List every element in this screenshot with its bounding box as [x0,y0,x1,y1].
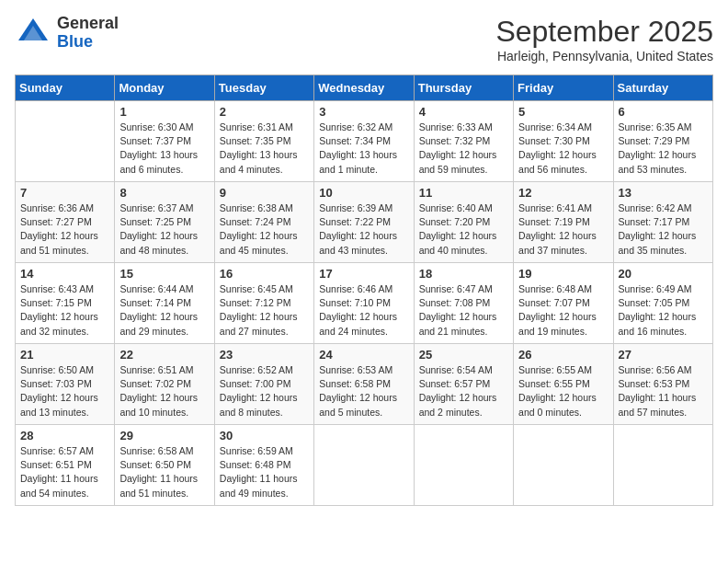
calendar-cell: 11Sunrise: 6:40 AMSunset: 7:20 PMDayligh… [414,182,513,263]
day-info: Sunrise: 6:46 AMSunset: 7:10 PMDaylight:… [319,282,408,339]
day-number: 11 [419,186,508,200]
day-info: Sunrise: 6:47 AMSunset: 7:08 PMDaylight:… [419,282,508,339]
day-number: 10 [319,186,408,200]
calendar-cell: 28Sunrise: 6:57 AMSunset: 6:51 PMDayligh… [16,425,115,506]
day-header-wednesday: Wednesday [314,75,414,101]
calendar-cell: 30Sunrise: 6:59 AMSunset: 6:48 PMDayligh… [214,425,313,506]
day-number: 21 [20,348,109,362]
day-number: 14 [20,267,109,281]
day-number: 19 [518,267,608,281]
calendar-cell: 25Sunrise: 6:54 AMSunset: 6:57 PMDayligh… [414,344,513,425]
day-header-monday: Monday [115,75,214,101]
calendar-cell: 26Sunrise: 6:55 AMSunset: 6:55 PMDayligh… [514,344,613,425]
calendar-cell: 27Sunrise: 6:56 AMSunset: 6:53 PMDayligh… [613,344,712,425]
calendar-cell [414,425,513,506]
calendar-cell: 16Sunrise: 6:45 AMSunset: 7:12 PMDayligh… [214,263,313,344]
calendar-table: SundayMondayTuesdayWednesdayThursdayFrid… [15,75,713,506]
day-info: Sunrise: 6:51 AMSunset: 7:02 PMDaylight:… [119,363,209,419]
calendar-cell: 6Sunrise: 6:35 AMSunset: 7:29 PMDaylight… [613,101,712,182]
calendar-cell: 19Sunrise: 6:48 AMSunset: 7:07 PMDayligh… [514,263,613,344]
calendar-cell: 13Sunrise: 6:42 AMSunset: 7:17 PMDayligh… [613,182,712,263]
day-number: 2 [220,105,309,119]
calendar-cell [514,425,613,506]
day-number: 17 [319,267,408,281]
calendar-cell: 29Sunrise: 6:58 AMSunset: 6:50 PMDayligh… [115,425,214,506]
calendar-cell: 18Sunrise: 6:47 AMSunset: 7:08 PMDayligh… [414,263,513,344]
day-info: Sunrise: 6:54 AMSunset: 6:57 PMDaylight:… [419,363,508,419]
week-row-5: 28Sunrise: 6:57 AMSunset: 6:51 PMDayligh… [16,425,713,506]
day-header-sunday: Sunday [16,75,115,101]
day-info: Sunrise: 6:45 AMSunset: 7:12 PMDaylight:… [220,282,309,339]
day-number: 1 [119,105,209,119]
calendar-cell: 3Sunrise: 6:32 AMSunset: 7:34 PMDaylight… [314,101,414,182]
day-number: 23 [220,348,309,362]
week-row-1: 1Sunrise: 6:30 AMSunset: 7:37 PMDaylight… [16,101,713,182]
day-info: Sunrise: 6:40 AMSunset: 7:20 PMDaylight:… [419,201,508,258]
day-info: Sunrise: 6:44 AMSunset: 7:14 PMDaylight:… [119,282,209,339]
calendar-cell: 2Sunrise: 6:31 AMSunset: 7:35 PMDaylight… [214,101,313,182]
day-number: 6 [619,105,708,119]
day-info: Sunrise: 6:33 AMSunset: 7:32 PMDaylight:… [419,121,508,177]
calendar-cell [314,425,414,506]
month-title: September 2025 [495,15,713,49]
day-info: Sunrise: 6:38 AMSunset: 7:24 PMDaylight:… [220,201,309,258]
calendar-cell: 21Sunrise: 6:50 AMSunset: 7:03 PMDayligh… [16,344,115,425]
calendar-cell: 1Sunrise: 6:30 AMSunset: 7:37 PMDaylight… [115,101,214,182]
day-number: 29 [119,429,209,442]
calendar-cell: 5Sunrise: 6:34 AMSunset: 7:30 PMDaylight… [514,101,613,182]
logo: General Blue [15,15,119,52]
calendar-cell: 15Sunrise: 6:44 AMSunset: 7:14 PMDayligh… [115,263,214,344]
day-info: Sunrise: 6:35 AMSunset: 7:29 PMDaylight:… [619,121,708,177]
day-number: 18 [419,267,508,281]
day-info: Sunrise: 6:53 AMSunset: 6:58 PMDaylight:… [319,363,408,419]
day-info: Sunrise: 6:42 AMSunset: 7:17 PMDaylight:… [619,201,708,258]
day-number: 24 [319,348,408,362]
day-number: 28 [20,429,109,442]
week-row-2: 7Sunrise: 6:36 AMSunset: 7:27 PMDaylight… [16,182,713,263]
week-row-3: 14Sunrise: 6:43 AMSunset: 7:15 PMDayligh… [16,263,713,344]
day-info: Sunrise: 6:41 AMSunset: 7:19 PMDaylight:… [518,201,608,258]
day-info: Sunrise: 6:58 AMSunset: 6:50 PMDaylight:… [119,444,209,500]
page-header: General Blue September 2025 Harleigh, Pe… [15,15,713,63]
day-number: 22 [119,348,209,362]
day-number: 4 [419,105,508,119]
day-number: 5 [518,105,608,119]
calendar-cell: 20Sunrise: 6:49 AMSunset: 7:05 PMDayligh… [613,263,712,344]
day-info: Sunrise: 6:31 AMSunset: 7:35 PMDaylight:… [220,121,309,177]
calendar-cell: 24Sunrise: 6:53 AMSunset: 6:58 PMDayligh… [314,344,414,425]
calendar-cell: 23Sunrise: 6:52 AMSunset: 7:00 PMDayligh… [214,344,313,425]
location: Harleigh, Pennsylvania, United States [495,49,713,63]
day-info: Sunrise: 6:37 AMSunset: 7:25 PMDaylight:… [119,201,209,258]
day-info: Sunrise: 6:59 AMSunset: 6:48 PMDaylight:… [220,444,309,500]
logo-icon [15,15,51,52]
calendar-cell: 22Sunrise: 6:51 AMSunset: 7:02 PMDayligh… [115,344,214,425]
day-number: 3 [319,105,408,119]
day-info: Sunrise: 6:50 AMSunset: 7:03 PMDaylight:… [20,363,109,419]
day-number: 26 [518,348,608,362]
calendar-cell: 7Sunrise: 6:36 AMSunset: 7:27 PMDaylight… [16,182,115,263]
calendar-cell: 4Sunrise: 6:33 AMSunset: 7:32 PMDaylight… [414,101,513,182]
day-header-row: SundayMondayTuesdayWednesdayThursdayFrid… [16,75,713,101]
day-info: Sunrise: 6:30 AMSunset: 7:37 PMDaylight:… [119,121,209,177]
day-info: Sunrise: 6:32 AMSunset: 7:34 PMDaylight:… [319,121,408,177]
week-row-4: 21Sunrise: 6:50 AMSunset: 7:03 PMDayligh… [16,344,713,425]
day-header-saturday: Saturday [613,75,712,101]
day-header-thursday: Thursday [414,75,513,101]
day-number: 12 [518,186,608,200]
day-number: 7 [20,186,109,200]
day-header-tuesday: Tuesday [214,75,313,101]
day-number: 13 [619,186,708,200]
day-info: Sunrise: 6:56 AMSunset: 6:53 PMDaylight:… [619,363,708,419]
day-info: Sunrise: 6:49 AMSunset: 7:05 PMDaylight:… [619,282,708,339]
calendar-cell: 8Sunrise: 6:37 AMSunset: 7:25 PMDaylight… [115,182,214,263]
day-info: Sunrise: 6:34 AMSunset: 7:30 PMDaylight:… [518,121,608,177]
day-info: Sunrise: 6:36 AMSunset: 7:27 PMDaylight:… [20,201,109,258]
title-block: September 2025 Harleigh, Pennsylvania, U… [495,15,713,63]
day-info: Sunrise: 6:55 AMSunset: 6:55 PMDaylight:… [518,363,608,419]
day-info: Sunrise: 6:48 AMSunset: 7:07 PMDaylight:… [518,282,608,339]
day-number: 30 [220,429,309,442]
calendar-cell [16,101,115,182]
calendar-cell: 12Sunrise: 6:41 AMSunset: 7:19 PMDayligh… [514,182,613,263]
day-number: 27 [619,348,708,362]
day-info: Sunrise: 6:57 AMSunset: 6:51 PMDaylight:… [20,444,109,500]
